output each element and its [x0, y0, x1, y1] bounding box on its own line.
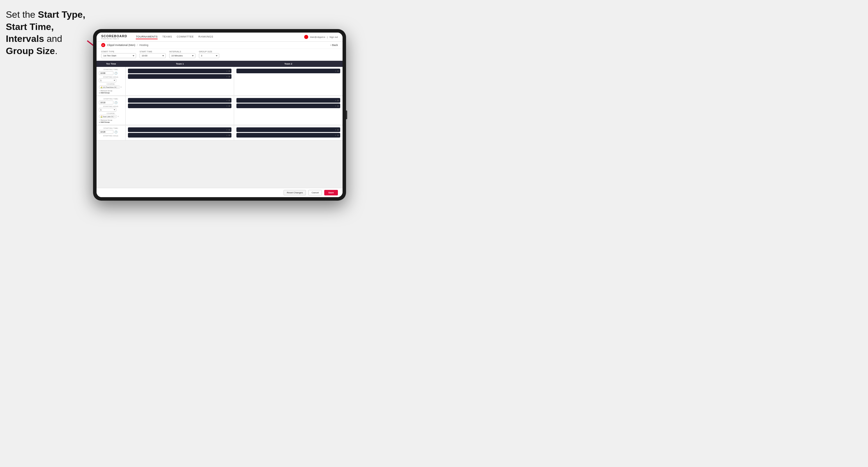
table-row: STARTING TIME: 🕐 STARTING HOLE: 1 10 COU…: [97, 67, 343, 96]
radio-icon-2: ○: [99, 119, 100, 121]
starting-time-label-1: STARTING TIME:: [99, 69, 123, 70]
remove-player-btn[interactable]: × ⊕: [335, 134, 339, 137]
time-input-1[interactable]: [99, 71, 114, 75]
start-time-group: Start Time 10:00: [140, 51, 166, 58]
start-time-select[interactable]: 10:00: [140, 53, 166, 58]
remove-player-btn[interactable]: × ⊕: [335, 99, 339, 102]
cancel-button[interactable]: Cancel: [308, 190, 322, 195]
intervals-select[interactable]: 5 Minutes 10 Minutes 15 Minutes: [169, 53, 195, 58]
course-name-2: East Lake GC: [103, 116, 114, 118]
player-row: × ⊕: [237, 69, 340, 73]
remove-course-1[interactable]: ×: [118, 86, 119, 88]
starting-time-input-3: 🕐: [99, 130, 123, 134]
course-chip-icon-2: ⛳: [100, 116, 102, 118]
remove-player-btn[interactable]: × ⊕: [226, 70, 230, 72]
remove-group-btn-1[interactable]: ○ Remove Group: [99, 90, 123, 92]
tee-time-col-3: STARTING TIME: 🕐 STARTING HOLE:: [97, 126, 126, 140]
start-type-label: Start Type: [101, 51, 136, 53]
tab-rankings[interactable]: RANKINGS: [198, 35, 213, 39]
team2-col-3: × ⊕ × ⊕: [234, 126, 343, 140]
player-row: × ⊕: [237, 98, 340, 103]
group-size-group: Group Size 2 3 4: [199, 51, 219, 58]
remove-player-btn[interactable]: × ⊕: [226, 75, 230, 78]
save-button[interactable]: Save: [324, 190, 338, 195]
remove-player-btn[interactable]: × ⊕: [226, 105, 230, 107]
hole-select-1[interactable]: 1 10: [99, 79, 116, 82]
remove-player-btn[interactable]: × ⊕: [226, 134, 230, 137]
tee-time-col-2: STARTING TIME: 🕐 STARTING HOLE: 1 10 COU…: [97, 96, 126, 125]
sign-out-link[interactable]: Sign out: [330, 36, 338, 38]
group-actions-1: ○ Remove Group + Add Group: [99, 90, 123, 94]
clippd-icon: C: [101, 43, 105, 47]
player-row: × ⊕: [128, 133, 231, 137]
starting-hole-label-3: STARTING HOLE:: [99, 135, 123, 137]
time-input-2[interactable]: [99, 101, 114, 104]
remove-player-btn[interactable]: × ⊕: [226, 99, 230, 102]
tablet-device: SCOREBOARD Powered by clipp.io TOURNAMEN…: [93, 29, 346, 200]
tab-committee[interactable]: COMMITTEE: [177, 35, 194, 39]
course-label-1: COURSE:: [99, 83, 123, 85]
start-type-group: Start Type 1st Tee Start Shotgun Start: [101, 51, 136, 58]
hole-select-2[interactable]: 1 10: [99, 108, 116, 112]
team2-col-2: × ⊕ × ⊕: [234, 96, 343, 125]
schedule-content: STARTING TIME: 🕐 STARTING HOLE: 1 10 COU…: [97, 67, 343, 143]
remove-player-btn[interactable]: × ⊕: [335, 128, 339, 131]
course-label-2: COURSE:: [99, 113, 123, 114]
player-row: × ⊕: [128, 103, 231, 108]
col-team2: Team 2: [234, 63, 343, 65]
start-type-select[interactable]: 1st Tee Start Shotgun Start: [101, 53, 136, 58]
course-wrap-1: ⛳ (A) Peachtree GC × ×: [99, 86, 123, 89]
intervals-group: Intervals 5 Minutes 10 Minutes 15 Minute…: [169, 51, 195, 58]
remove-group-btn-2[interactable]: ○ Remove Group: [99, 119, 123, 121]
team1-col-3: × ⊕ × ⊕: [126, 126, 234, 140]
remove-course-btn-1[interactable]: ×: [121, 86, 122, 88]
user-email: blair@clippd.io: [310, 36, 326, 38]
remove-player-btn[interactable]: × ⊕: [335, 70, 339, 72]
remove-player-btn[interactable]: × ⊕: [335, 105, 339, 107]
group-size-select[interactable]: 2 3 4: [199, 53, 219, 58]
table-row: STARTING TIME: 🕐 STARTING HOLE: 1 10 COU…: [97, 96, 343, 125]
team1-col-2: × ⊕ × ⊕: [126, 96, 234, 125]
remove-player-btn[interactable]: × ⊕: [226, 128, 230, 131]
section-breadcrumb: Hosting: [140, 43, 149, 46]
player-row: × ⊕: [237, 127, 340, 132]
col-team1: Team 1: [126, 63, 234, 65]
clock-icon-2: 🕐: [114, 101, 118, 104]
table-header: Tee Time Team 1 Team 2: [97, 61, 343, 67]
logo: SCOREBOARD Powered by clipp.io: [101, 34, 127, 39]
team1-col-1: × ⊕ × ⊕: [126, 67, 234, 95]
clock-icon-3: 🕐: [114, 130, 118, 133]
remove-course-btn-2[interactable]: ×: [118, 116, 119, 118]
tablet-side-button: [346, 111, 347, 119]
tournament-breadcrumb[interactable]: Clippd Invitational (Men): [107, 43, 135, 46]
schedule-table: Tee Time Team 1 Team 2 STARTING TIME: 🕐 …: [97, 61, 343, 188]
settings-row: Start Type 1st Tee Start Shotgun Start S…: [97, 49, 343, 61]
course-chip-icon-1: ⛳: [100, 86, 102, 88]
player-row: × ⊕: [237, 103, 340, 108]
back-button[interactable]: ‹ Back: [330, 43, 338, 46]
player-row: × ⊕: [237, 133, 340, 137]
breadcrumb: C Clippd Invitational (Men) / Hosting: [101, 43, 148, 47]
user-avatar: [304, 35, 308, 39]
player-row: × ⊕: [128, 69, 231, 73]
breadcrumb-bar: C Clippd Invitational (Men) / Hosting ‹ …: [97, 41, 343, 49]
add-group-btn-2[interactable]: + Add Group: [99, 121, 123, 123]
pipe-separator: |: [327, 36, 328, 38]
plus-icon-2: +: [99, 121, 100, 123]
logo-text: SCOREBOARD: [101, 34, 127, 38]
tab-tournaments[interactable]: TOURNAMENTS: [136, 35, 158, 39]
group-size-label: Group Size: [199, 51, 219, 53]
add-group-btn-1[interactable]: + Add Group: [99, 92, 123, 94]
remove-course-2[interactable]: ×: [114, 116, 116, 118]
intervals-label: Intervals: [169, 51, 195, 53]
col-tee-time: Tee Time: [97, 63, 126, 65]
instruction-text: Set the Start Type, Start Time, Interval…: [6, 9, 96, 57]
time-input-3[interactable]: [99, 130, 114, 134]
navigation-bar: SCOREBOARD Powered by clipp.io TOURNAMEN…: [97, 33, 343, 41]
breadcrumb-separator: /: [137, 43, 138, 46]
tee-time-col-1: STARTING TIME: 🕐 STARTING HOLE: 1 10 COU…: [97, 67, 126, 95]
tab-teams[interactable]: TEAMS: [162, 35, 172, 39]
reset-changes-button[interactable]: Reset Changes: [283, 190, 306, 195]
user-info: blair@clippd.io | Sign out: [304, 35, 338, 39]
start-time-label: Start Time: [140, 51, 166, 53]
